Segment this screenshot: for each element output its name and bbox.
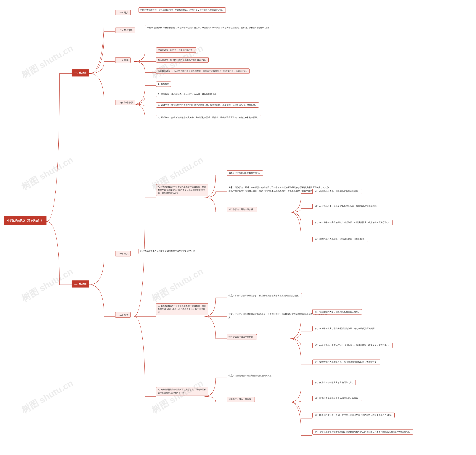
s2-classification-label: （二）分类 [115, 312, 131, 318]
s1-meaning-label: （一）意义 [115, 10, 131, 15]
s1-type3: 百分数统计表：不仅表明各统计项目的具体数量，而且表明比较量相当于标准量的百分比的… [156, 68, 250, 74]
s1-types-label: （三）种类 [115, 57, 131, 63]
s1-components-content: 一般分为表格外和表格内两部分，表格外部分包括标的名称、单位说明和制表日期；表格内… [145, 25, 273, 30]
pie-step3: （3）取适当的半径画一个圆，并按照上面算出的圆心角的度数，在圆里画出各个扇形。 [312, 413, 395, 418]
line-step4: （4）按照数据的大小描出各点，再用线段顺次连接起来，并注明数量。 [312, 359, 380, 365]
pie-step4: （4）在每个扇形中标明所表示的各部分数量名称和所占的百分数，并用不同颜色或条纹把… [312, 429, 413, 435]
section2-node: 二、统计图 [71, 280, 89, 287]
pie-step1: （1）先算出各部分数量占总量的百分之几。 [312, 380, 356, 385]
s2-meaning-content: 用点线面积等来表示相关量之间的数量关系的图形叫做统计图。 [139, 249, 199, 254]
s1-step3: 3、设计草表：要根据统计的目的和内容设计分栏格内容、分栏格画法、规定横栏、竖栏各… [156, 102, 259, 107]
pie-chart-desc: 3、扇形统计图用整个圆的面积表示总数，用扇形面积表示各部分所占总数的百分数。 [156, 387, 208, 395]
bar-advantages: 优点：很容易看出各种数量的多少。 [227, 171, 263, 176]
pie-advantages: 优点：很清楚地表示出各部分同总数之间的关系。 [227, 373, 275, 378]
s1-meaning-content: 把统计数据填写在一定格式的表格内，用来反映情况、说明问题，这样的表格就叫做统计表… [139, 8, 226, 13]
s1-step1: 1、搜集数据 [156, 81, 171, 87]
bar-step2: （2）在水平射线上，适当分配各条形的位置，确定直线的宽度和间隔。 [312, 204, 380, 209]
line-step1: （1）根据图纸的大小，画出两条互相垂直的射线。 [312, 309, 362, 315]
mind-map: 小学数学知识点《简单的统计》 一、统计表 （一）意义 把统计数据填写在一定格式的… [0, 0, 446, 447]
pie-steps-label: 制扇形统计图的一般步骤： [227, 397, 255, 402]
section1-label: 一、统计表 [74, 72, 87, 74]
line-step3: （3）在与水平射线垂直的深线上根据数据大小的具体情况，确定单位长度表示多少。 [312, 343, 393, 348]
s1-step2: 2、整理数据：要根据制表的目的和统计的内容，对数据进行分类。 [156, 92, 220, 97]
section2-label: 二、统计图 [74, 283, 87, 285]
root-label: 小学数学知识点《简单的统计》 [7, 219, 43, 222]
s1-components-label: （二）组成部分 [115, 28, 135, 33]
bar-chart-desc: 1、条形统计图用一个单位长度表示一定的数量，根据数量的多少画成长短不同的直条，然… [156, 184, 208, 196]
bar-step1: （1）根据图纸的大小，画出两条互相垂直的射线。 [312, 189, 362, 194]
s1-type2: 复式统计表：含有两个或两个以上统计项目的统计表。 [156, 57, 209, 63]
root-node: 小学数学知识点《简单的统计》 [4, 216, 47, 225]
line-steps-label: 制作折线统计图的一般步骤： [227, 334, 257, 340]
bar-steps-label: 制作条形统计图的一般步骤： [227, 207, 257, 212]
s1-steps-label: （四）制作步骤 [115, 100, 135, 105]
line-chart-desc: 2、折线统计图用一个单位长度表示一定的数量，根据数量的多少描出各点，然后把各点用… [156, 303, 208, 315]
line-step2: （2）在水平射线上，适当分配折线的位置，确定直线的宽度和间隔。 [312, 326, 378, 331]
bar-step4: （4）按照数据的大小画出长短不同的直条，并注明数量。 [312, 237, 368, 242]
pie-step2: （2）再算出表示各部分数量的扇形的圆心角度数。 [312, 396, 362, 401]
s2-meaning-label: （一）意义 [115, 251, 131, 256]
bar-step3: （3）在与水平射线垂直的深线上根据数据大小的具体情况，确定单位长度表示多少。 [312, 220, 393, 225]
line-advantages: 优点：不但可以表示数量的多少，而且能够清楚地表示出数量增减变化的情况。 [227, 293, 302, 298]
s1-step4: 4、正式制表：把核对过的数据填入表中，并根据制表要求，用简单、明确的语言写上统计… [156, 115, 261, 120]
s1-type1: 单式统计表：只含有一个项目的统计表。 [156, 48, 196, 53]
section1-node: 一、统计表 [71, 69, 89, 76]
